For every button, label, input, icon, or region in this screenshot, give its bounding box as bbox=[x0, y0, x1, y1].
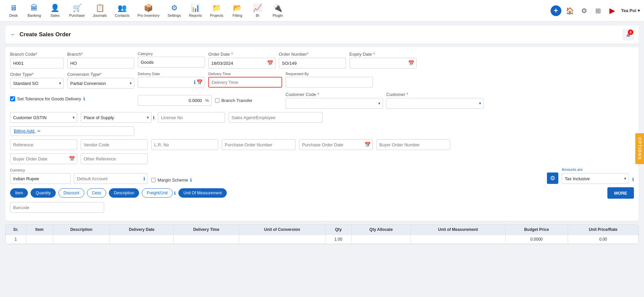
youtube-icon[interactable]: ▶ bbox=[607, 5, 618, 16]
license-no-input[interactable] bbox=[158, 112, 225, 123]
customer-select[interactable] bbox=[386, 98, 484, 109]
toggle-button-row: Item Quantity Discount Cess Description … bbox=[10, 187, 634, 199]
nav-bi[interactable]: 📈 BI bbox=[248, 2, 267, 19]
toggle-discount-button[interactable]: Discount bbox=[58, 188, 84, 198]
tolerance-input-group: % bbox=[138, 95, 212, 106]
customer-code-select[interactable] bbox=[286, 98, 383, 109]
cell-sr: 1 bbox=[6, 235, 26, 244]
notif-button[interactable]: 🖨 0 bbox=[622, 29, 634, 40]
order-type-select[interactable]: Standard SO bbox=[10, 78, 64, 89]
delivery-date-info-icon[interactable]: ℹ bbox=[194, 80, 196, 85]
barcode-input[interactable] bbox=[10, 202, 104, 213]
purchase-order-date-input[interactable] bbox=[299, 139, 373, 150]
margin-scheme-checkbox[interactable] bbox=[151, 178, 156, 182]
order-date-input[interactable] bbox=[208, 58, 275, 68]
options-button[interactable]: OPTIONS bbox=[635, 133, 644, 164]
cell-delivery-date[interactable] bbox=[110, 235, 174, 244]
branch-code-input[interactable] bbox=[10, 58, 64, 68]
reference-input[interactable] bbox=[10, 139, 77, 150]
place-of-supply-info-icon[interactable]: ℹ bbox=[153, 115, 155, 120]
cell-description[interactable] bbox=[53, 235, 110, 244]
currency-label: Currency bbox=[10, 168, 71, 172]
back-button[interactable]: ← bbox=[10, 31, 16, 38]
conversion-type-group: Conversion Type* Partial Conversion bbox=[67, 72, 134, 89]
nav-pro-inventory[interactable]: 📦 Pro Inventory bbox=[134, 2, 163, 19]
vendor-code-input[interactable] bbox=[81, 139, 148, 150]
freight-info-icon[interactable]: ℹ bbox=[174, 191, 176, 196]
toggle-cess-button[interactable]: Cess bbox=[87, 188, 106, 198]
buyer-order-number-input[interactable] bbox=[376, 139, 450, 150]
toggle-freight-button[interactable]: Freight/Unit bbox=[142, 188, 173, 198]
toggle-quantity-button[interactable]: Quantity bbox=[31, 188, 56, 198]
default-account-info-icon[interactable]: ℹ bbox=[143, 176, 145, 181]
tolerance-checkbox[interactable] bbox=[10, 96, 15, 101]
conversion-type-select[interactable]: Partial Conversion bbox=[67, 78, 134, 89]
amounts-are-select[interactable]: Tax Inclusive bbox=[562, 173, 629, 184]
nav-desk[interactable]: 🖥 Desk bbox=[4, 2, 23, 19]
cell-delivery-time[interactable] bbox=[174, 235, 239, 244]
category-input[interactable] bbox=[138, 57, 205, 67]
order-number-input[interactable] bbox=[279, 58, 346, 68]
cell-qty-allocate[interactable] bbox=[351, 235, 411, 244]
table-body: 1 1.00 0.0000 0.00 bbox=[6, 235, 639, 244]
cell-unit-measurement[interactable] bbox=[411, 235, 506, 244]
nav-contacts[interactable]: 👥 Contacts bbox=[112, 2, 133, 19]
billing-add-link[interactable]: Billing Add. bbox=[14, 129, 35, 134]
nav-sales[interactable]: 👤 Sales bbox=[46, 2, 65, 19]
place-of-supply-select[interactable]: Place of Supply bbox=[81, 112, 152, 123]
order-date-label: Order Date * bbox=[208, 52, 275, 57]
currency-input[interactable] bbox=[10, 173, 71, 184]
default-account-input[interactable] bbox=[74, 173, 148, 184]
nav-journals[interactable]: 📋 Journals bbox=[89, 2, 110, 19]
nav-gear-icon[interactable]: ⚙ bbox=[579, 5, 590, 16]
nav-settings[interactable]: ⚙ Settings bbox=[164, 2, 184, 19]
purchase-order-number-input[interactable] bbox=[222, 139, 296, 150]
other-reference-input[interactable] bbox=[81, 153, 148, 164]
billing-add-edit-icon[interactable]: ✏ bbox=[37, 129, 41, 134]
col-budget-price: Budget Price bbox=[505, 225, 568, 235]
lr-no-input[interactable] bbox=[151, 139, 218, 150]
filling-icon: 📂 bbox=[233, 4, 242, 12]
nav-projects[interactable]: 📁 Projects bbox=[207, 2, 227, 19]
cell-item[interactable] bbox=[26, 235, 53, 244]
cell-unit-conversion[interactable] bbox=[239, 235, 325, 244]
user-menu[interactable]: Tea Poi ▾ bbox=[621, 8, 640, 13]
toggle-description-button[interactable]: Description bbox=[109, 188, 139, 198]
page-header-left: ← Create Sales Order bbox=[10, 31, 71, 38]
requested-by-input[interactable] bbox=[286, 77, 373, 88]
buyer-order-date-input[interactable] bbox=[10, 153, 77, 164]
order-date-calendar-icon[interactable]: 📅 bbox=[267, 60, 273, 66]
delivery-date-calendar-icon[interactable]: 📅 bbox=[197, 79, 203, 85]
branch-input[interactable] bbox=[67, 58, 134, 68]
tolerance-info-icon[interactable]: ℹ bbox=[83, 96, 85, 101]
nav-banking[interactable]: 🏛 Banking bbox=[24, 2, 44, 19]
tolerance-value-input[interactable] bbox=[138, 95, 212, 106]
branch-transfer-checkbox[interactable] bbox=[215, 98, 219, 103]
purchase-order-date-calendar-icon[interactable]: 📅 bbox=[364, 142, 371, 148]
settings-gear-button[interactable]: ⚙ bbox=[547, 172, 558, 184]
customer-gstin-select[interactable]: Customer GSTIN bbox=[10, 112, 77, 123]
more-button[interactable]: MORE bbox=[607, 187, 634, 199]
expiry-date-calendar-icon[interactable]: 📅 bbox=[408, 60, 415, 66]
nav-home-icon[interactable]: 🏠 bbox=[565, 5, 575, 16]
table-wrapper: Sr. Item Description Delivery Date Deliv… bbox=[5, 224, 639, 244]
sales-icon: 👤 bbox=[50, 4, 59, 12]
buyer-order-date-calendar-icon[interactable]: 📅 bbox=[69, 156, 75, 162]
add-button[interactable]: + bbox=[551, 5, 561, 16]
sales-agent-input[interactable] bbox=[228, 112, 323, 123]
nav-plugin[interactable]: 🔌 Plugin bbox=[268, 2, 287, 19]
requested-by-label: Requested By bbox=[286, 72, 373, 76]
purchase-order-date-group: 📅 bbox=[299, 139, 373, 150]
lr-no-group bbox=[151, 139, 218, 150]
margin-scheme-info-icon[interactable]: ℹ bbox=[190, 178, 192, 183]
amounts-info-icon[interactable]: ℹ bbox=[632, 177, 634, 182]
toggle-uom-button[interactable]: Unit Of Measurement bbox=[178, 188, 227, 198]
nav-grid-icon[interactable]: ⊞ bbox=[593, 5, 604, 16]
nav-filling[interactable]: 📂 Filling bbox=[228, 2, 247, 19]
toggle-item-button[interactable]: Item bbox=[10, 188, 28, 198]
nav-purchase[interactable]: 🛒 Purchase bbox=[66, 2, 88, 19]
delivery-date-wrapper: 📅 ℹ bbox=[138, 77, 205, 88]
delivery-time-input[interactable] bbox=[208, 77, 282, 88]
expiry-date-input[interactable] bbox=[349, 58, 417, 68]
nav-reports[interactable]: 📊 Reports bbox=[185, 2, 205, 19]
